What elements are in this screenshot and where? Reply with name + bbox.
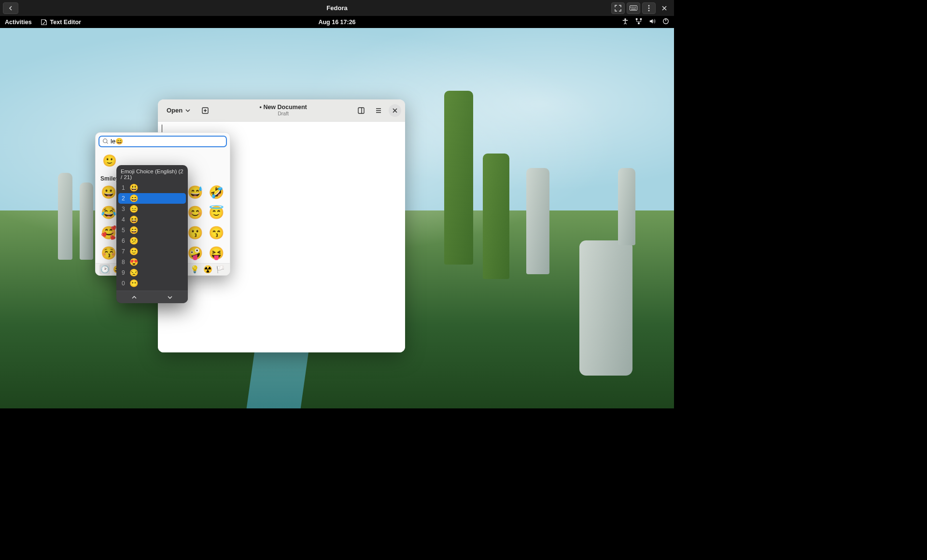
- ime-candidate-row[interactable]: 6😕: [118, 236, 186, 246]
- ime-candidate-number: 9: [122, 269, 126, 276]
- ime-nav: [116, 291, 188, 303]
- text-editor-icon: [41, 19, 47, 26]
- vm-titlebar: Fedora: [0, 0, 674, 16]
- svg-rect-11: [640, 18, 642, 20]
- vm-menu-button[interactable]: [642, 2, 656, 14]
- ime-candidate-list: 1😃2😄3😑4😆5😄6😕7🙂8😍9😒0😶: [116, 182, 188, 291]
- emoji-cell[interactable]: 😅: [186, 184, 204, 201]
- svg-point-7: [648, 7, 650, 9]
- power-icon[interactable]: [662, 18, 669, 26]
- ime-candidate-row[interactable]: 2😄: [118, 193, 186, 204]
- ime-candidate-number: 3: [122, 206, 126, 212]
- svg-rect-2: [631, 7, 632, 8]
- ime-candidate-emoji: 😶: [129, 279, 139, 288]
- svg-rect-1: [631, 9, 636, 10]
- emoji-cell[interactable]: 😗: [186, 224, 204, 242]
- search-icon: [102, 138, 109, 144]
- svg-rect-5: [635, 7, 636, 8]
- emoji-cell[interactable]: 🥰: [99, 224, 118, 242]
- ime-candidate-emoji: 😍: [129, 258, 139, 266]
- new-tab-button[interactable]: [198, 103, 212, 118]
- emoji-cell[interactable]: 😙: [207, 224, 225, 242]
- new-tab-icon: [201, 107, 209, 114]
- svg-rect-3: [632, 7, 633, 8]
- activities-button[interactable]: Activities: [5, 19, 32, 26]
- ime-candidate-row[interactable]: 8😍: [118, 257, 186, 267]
- volume-icon[interactable]: [649, 18, 656, 26]
- svg-rect-4: [633, 7, 634, 8]
- ime-candidate-number: 2: [122, 195, 126, 202]
- ime-candidate-emoji: 😕: [129, 237, 139, 245]
- ime-candidate-row[interactable]: 0😶: [118, 278, 186, 289]
- ime-candidate-popup: Emoji Choice (English) (2 / 21) 1😃2😄3😑4😆…: [116, 165, 188, 303]
- svg-point-9: [624, 18, 626, 20]
- chevron-up-icon: [131, 294, 137, 300]
- ime-candidate-row[interactable]: 9😒: [118, 267, 186, 278]
- chevron-down-icon: [185, 108, 190, 113]
- ime-candidate-number: 1: [122, 184, 126, 191]
- svg-point-6: [648, 5, 650, 6]
- ime-candidate-row[interactable]: 1😃: [118, 182, 186, 193]
- emoji-category-tab[interactable]: 🕑: [99, 264, 110, 275]
- emoji-cell[interactable]: 😝: [207, 245, 225, 262]
- network-icon[interactable]: [635, 18, 642, 26]
- ime-candidate-number: 0: [122, 280, 126, 287]
- vm-close-button[interactable]: [658, 2, 671, 14]
- emoji-recent-item[interactable]: 🙂: [100, 152, 119, 169]
- emoji-category-tab[interactable]: 🏳️: [215, 264, 226, 275]
- ime-title: Emoji Choice (English) (2 / 21): [116, 165, 188, 182]
- ime-candidate-number: 6: [122, 238, 126, 244]
- gnome-top-panel: Activities Text Editor Aug 16 17:26: [0, 16, 674, 28]
- emoji-cell[interactable]: 🤪: [186, 245, 204, 262]
- hamburger-menu-button[interactable]: [371, 103, 386, 118]
- svg-rect-15: [358, 108, 364, 113]
- sidebar-toggle-button[interactable]: [354, 103, 368, 118]
- sidebar-icon: [357, 107, 365, 114]
- accessibility-icon[interactable]: [622, 18, 629, 26]
- ime-prev-button[interactable]: [125, 293, 144, 302]
- vm-title: Fedora: [326, 4, 347, 12]
- emoji-cell[interactable]: 😀: [99, 184, 118, 201]
- ime-candidate-number: 4: [122, 216, 126, 223]
- ime-candidate-number: 5: [122, 227, 126, 234]
- panel-app-indicator[interactable]: Text Editor: [41, 19, 81, 26]
- vm-back-button[interactable]: [3, 2, 18, 14]
- ime-next-button[interactable]: [160, 293, 180, 302]
- emoji-cell[interactable]: 😊: [186, 204, 204, 222]
- emoji-cell[interactable]: 😂: [99, 204, 118, 222]
- text-editor-headerbar: Open • New Document Draft: [158, 99, 405, 122]
- open-label: Open: [167, 107, 183, 114]
- panel-clock[interactable]: Aug 16 17:26: [318, 19, 355, 26]
- vm-fullscreen-button[interactable]: [611, 2, 625, 14]
- svg-point-8: [648, 10, 650, 11]
- open-button[interactable]: Open: [162, 103, 195, 118]
- emoji-search-field[interactable]: [98, 136, 227, 147]
- ime-candidate-row[interactable]: 7🙂: [118, 246, 186, 257]
- window-close-button[interactable]: [389, 104, 401, 117]
- emoji-search-input[interactable]: [111, 138, 223, 145]
- ime-candidate-emoji: 😆: [129, 215, 139, 224]
- svg-point-16: [103, 139, 107, 143]
- emoji-cell[interactable]: 😚: [99, 245, 118, 262]
- emoji-category-tab[interactable]: 💡: [190, 264, 200, 275]
- ime-candidate-row[interactable]: 4😆: [118, 214, 186, 225]
- emoji-cell[interactable]: 😇: [207, 204, 225, 222]
- svg-rect-10: [636, 18, 638, 20]
- vm-keyboard-button[interactable]: [627, 2, 640, 14]
- ime-candidate-emoji: 😄: [129, 226, 139, 235]
- close-icon: [391, 107, 399, 114]
- ime-candidate-emoji: 🙂: [129, 247, 139, 256]
- ime-candidate-row[interactable]: 5😄: [118, 225, 186, 236]
- panel-app-name: Text Editor: [50, 19, 81, 26]
- emoji-cell[interactable]: 🤣: [207, 184, 225, 201]
- ime-candidate-emoji: 😄: [129, 194, 139, 203]
- svg-rect-0: [630, 5, 637, 10]
- ime-candidate-number: 7: [122, 248, 126, 255]
- document-title: • New Document: [215, 104, 351, 111]
- chevron-down-icon: [167, 294, 173, 300]
- svg-rect-12: [638, 23, 640, 25]
- emoji-category-tab[interactable]: ☢️: [202, 264, 213, 275]
- ime-candidate-emoji: 😑: [129, 205, 139, 213]
- ime-candidate-row[interactable]: 3😑: [118, 204, 186, 214]
- ime-candidate-emoji: 😒: [129, 268, 139, 277]
